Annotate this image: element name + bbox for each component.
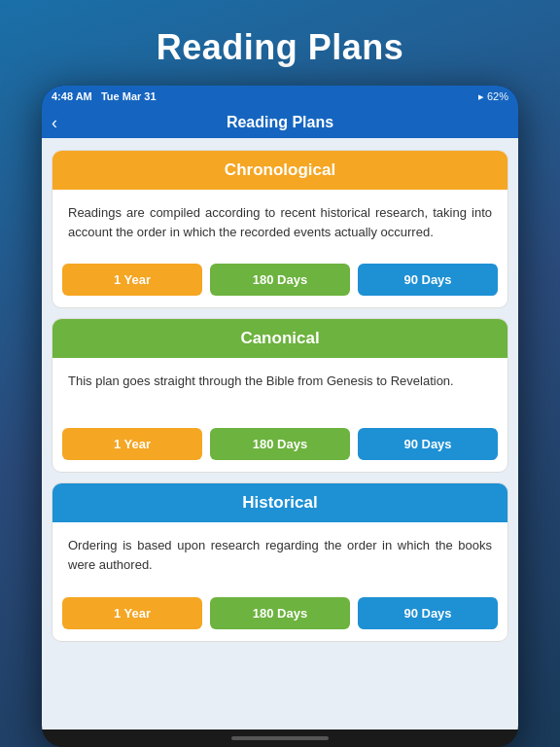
btn-canonical-90days[interactable]: 90 Days: [358, 428, 498, 460]
plan-description-historical: Ordering is based upon research regardin…: [52, 522, 508, 588]
plan-card-chronological: Chronological Readings are compiled acco…: [52, 150, 508, 308]
nav-title: Reading Plans: [227, 114, 333, 131]
device-frame: 4:48 AM Tue Mar 31 ▸ 62% ‹ Reading Plans…: [42, 86, 518, 747]
btn-chronological-180days[interactable]: 180 Days: [210, 264, 350, 296]
plan-description-canonical: This plan goes straight through the Bibl…: [52, 358, 508, 420]
plan-card-canonical: Canonical This plan goes straight throug…: [52, 318, 508, 473]
home-indicator: [42, 729, 518, 747]
plan-description-chronological: Readings are compiled according to recen…: [52, 190, 508, 256]
nav-bar: ‹ Reading Plans: [42, 107, 518, 138]
plan-buttons-historical: 1 Year 180 Days 90 Days: [52, 589, 508, 641]
back-button[interactable]: ‹: [52, 113, 57, 133]
plan-header-canonical: Canonical: [52, 319, 508, 358]
btn-historical-90days[interactable]: 90 Days: [358, 597, 498, 629]
screen-content: Chronological Readings are compiled acco…: [42, 138, 518, 729]
btn-historical-1year[interactable]: 1 Year: [62, 597, 202, 629]
plan-header-chronological: Chronological: [52, 151, 508, 190]
home-bar: [231, 736, 329, 740]
btn-historical-180days[interactable]: 180 Days: [210, 597, 350, 629]
btn-canonical-1year[interactable]: 1 Year: [62, 428, 202, 460]
btn-chronological-1year[interactable]: 1 Year: [62, 264, 202, 296]
status-time: 4:48 AM Tue Mar 31: [52, 90, 157, 102]
btn-chronological-90days[interactable]: 90 Days: [358, 264, 498, 296]
plan-header-historical: Historical: [52, 483, 508, 522]
page-title: Reading Plans: [157, 0, 404, 86]
plan-card-historical: Historical Ordering is based upon resear…: [52, 482, 508, 641]
btn-canonical-180days[interactable]: 180 Days: [210, 428, 350, 460]
status-battery: ▸ 62%: [478, 90, 508, 103]
status-bar: 4:48 AM Tue Mar 31 ▸ 62%: [42, 86, 518, 107]
plan-buttons-chronological: 1 Year 180 Days 90 Days: [52, 256, 508, 307]
plan-buttons-canonical: 1 Year 180 Days 90 Days: [52, 420, 508, 472]
